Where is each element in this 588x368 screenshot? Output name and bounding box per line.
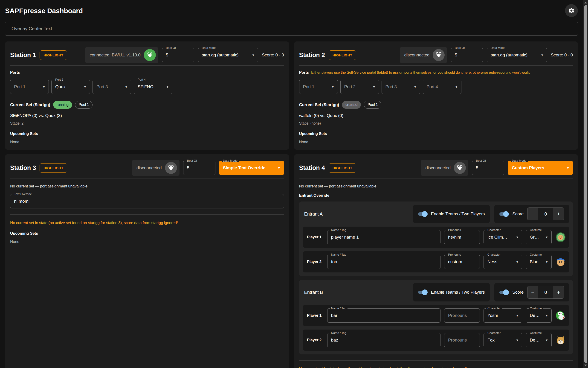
- connection-status: disconnected: [132, 160, 179, 176]
- data-mode-value: Custom Players: [512, 165, 544, 170]
- data-mode-select[interactable]: Data Mode start.gg (automatic) ▼: [198, 48, 258, 62]
- frog-icon: [165, 162, 177, 174]
- highlight-button[interactable]: HIGHLIGHT: [329, 163, 356, 173]
- header: SAPFpresse Dashboard: [5, 4, 578, 22]
- page-title: SAPFpresse Dashboard: [5, 7, 83, 15]
- connection-status: disconnected: [421, 160, 468, 176]
- port-3-select[interactable]: Port 3 ▼: [382, 80, 420, 94]
- ports-label: Ports: [10, 70, 284, 75]
- port-2-select[interactable]: Port 2 Quux ▼: [51, 80, 90, 94]
- port-1-select[interactable]: Port 1 ▼: [10, 80, 49, 94]
- chevron-down-icon: ▼: [249, 54, 255, 57]
- name-tag-input[interactable]: [331, 235, 437, 240]
- costume-select[interactable]: Blue ▼ Costume: [526, 255, 552, 269]
- pronouns-input[interactable]: [448, 338, 476, 343]
- chevron-down-icon: ▼: [543, 260, 548, 264]
- teams-toggle[interactable]: [418, 212, 427, 216]
- port-1-select[interactable]: Port 1 ▼: [299, 80, 338, 94]
- data-mode-select[interactable]: Data Mode Simple Text Override ▼: [219, 161, 284, 175]
- pronouns-field[interactable]: Pronouns: [444, 255, 480, 269]
- name-tag-input[interactable]: [331, 338, 437, 343]
- pronouns-input[interactable]: [448, 235, 476, 240]
- text-override-input[interactable]: [14, 199, 281, 204]
- overlay-center-text-input[interactable]: [5, 22, 578, 36]
- name-tag-field[interactable]: Name / Tag: [327, 230, 441, 244]
- costume-select[interactable]: De… ▼ Costume: [526, 333, 552, 347]
- name-tag-field[interactable]: Name / Tag: [327, 333, 441, 347]
- scroll-up-arrow-icon[interactable]: [584, 2, 587, 3]
- highlight-button[interactable]: HIGHLIGHT: [40, 163, 67, 173]
- best-of-field[interactable]: Best Of 5: [183, 161, 215, 175]
- yoshi-icon: [555, 310, 566, 321]
- station-4-panel: Station 4 HIGHLIGHT disconnected Best Of…: [294, 154, 578, 368]
- highlight-button[interactable]: HIGHLIGHT: [329, 50, 356, 60]
- station-2-panel: Station 2 HIGHLIGHT disconnected Best Of…: [294, 41, 578, 150]
- pronouns-field[interactable]: Pronouns: [444, 230, 480, 244]
- best-of-field[interactable]: Best Of 5: [472, 161, 504, 175]
- best-of-field[interactable]: Best Of 5: [451, 48, 483, 62]
- connection-text: disconnected: [404, 53, 430, 58]
- pronouns-input[interactable]: [448, 259, 476, 264]
- data-mode-select[interactable]: Data Mode start.gg (automatic) ▼: [487, 48, 547, 62]
- frog-icon: [144, 49, 156, 61]
- chevron-down-icon: ▼: [40, 85, 45, 89]
- best-of-field[interactable]: Best Of 5: [162, 48, 194, 62]
- port-2-select[interactable]: Port 2 ▼: [340, 80, 379, 94]
- score-toggle[interactable]: [499, 212, 508, 216]
- name-tag-field[interactable]: Name / Tag: [327, 308, 441, 323]
- character-select[interactable]: Character Ness ▼: [483, 255, 522, 269]
- name-tag-input[interactable]: [331, 313, 437, 318]
- costume-select[interactable]: Gr… ▼ Costume: [526, 230, 552, 244]
- scrollbar-thumb[interactable]: [584, 5, 587, 363]
- chevron-down-icon: ▼: [543, 339, 548, 342]
- chevron-down-icon: ▼: [329, 85, 334, 89]
- chevron-down-icon: ▼: [513, 260, 519, 264]
- character-select[interactable]: Character Yoshi ▼: [483, 308, 522, 323]
- connection-status: connected: BWU1, v1.13.0: [85, 47, 158, 63]
- scroll-down-arrow-icon[interactable]: [584, 365, 587, 366]
- score-stepper: − 0 +: [527, 286, 564, 299]
- connection-text: connected: BWU1, v1.13.0: [89, 53, 140, 58]
- no-current-set-text: No current set — port assignment unavail…: [10, 184, 284, 189]
- name-tag-field[interactable]: Name / Tag: [327, 255, 441, 269]
- scrollbar[interactable]: [583, 0, 588, 368]
- chevron-down-icon: ▼: [513, 339, 519, 342]
- character-select[interactable]: Character Ice Clim… ▼: [483, 230, 522, 244]
- score-decrement-button[interactable]: −: [527, 208, 538, 220]
- score-increment-button[interactable]: +: [553, 208, 564, 220]
- status-badge: running: [53, 101, 72, 109]
- matchup-text: SEiFNOPA (0) vs. Quux (3): [10, 113, 284, 118]
- highlight-button[interactable]: HIGHLIGHT: [40, 50, 67, 60]
- port-4-select[interactable]: Port 4 ▼: [423, 80, 461, 94]
- player-row: Player 2 Name / Tag Character Fox ▼ D: [303, 330, 569, 351]
- entrant-name: Entrant A: [304, 212, 323, 217]
- name-tag-input[interactable]: [331, 259, 437, 264]
- score-toggle[interactable]: [499, 291, 508, 294]
- settings-button[interactable]: [565, 4, 578, 17]
- upcoming-sets-value: None: [10, 239, 284, 244]
- data-mode-select[interactable]: Data Mode Custom Players ▼: [508, 161, 573, 175]
- frog-icon: [433, 49, 445, 61]
- pronouns-field[interactable]: [444, 333, 480, 347]
- pronouns-field[interactable]: [444, 308, 480, 323]
- character-select[interactable]: Character Fox ▼: [483, 333, 522, 347]
- costume-select[interactable]: De… ▼ Costume: [526, 308, 552, 323]
- chevron-down-icon: ▼: [81, 85, 87, 89]
- chevron-down-icon: ▼: [543, 314, 548, 317]
- score-decrement-button[interactable]: −: [527, 286, 538, 298]
- entrant-a-card: Entrant A Enable Teams / Two Players Sco…: [299, 202, 573, 276]
- pool-badge: Pool 1: [75, 101, 92, 109]
- station-title: Station 4: [299, 165, 325, 172]
- text-override-field[interactable]: Text Override: [10, 194, 284, 208]
- enable-teams-toggle-box: Enable Teams / Two Players: [413, 283, 490, 302]
- pronouns-input[interactable]: [448, 313, 476, 318]
- gear-icon: [568, 7, 575, 14]
- score-toggle-box: Score − 0 +: [494, 205, 569, 223]
- port-3-select[interactable]: Port 3 ▼: [92, 80, 131, 94]
- score-increment-button[interactable]: +: [553, 286, 564, 298]
- upcoming-sets-value: None: [10, 140, 284, 144]
- chevron-down-icon: ▼: [539, 54, 544, 57]
- teams-toggle[interactable]: [418, 291, 427, 294]
- port-4-select[interactable]: Port 4 SEiFNO… ▼: [134, 80, 172, 94]
- current-set-label: Current Set (Startgg): [299, 102, 339, 107]
